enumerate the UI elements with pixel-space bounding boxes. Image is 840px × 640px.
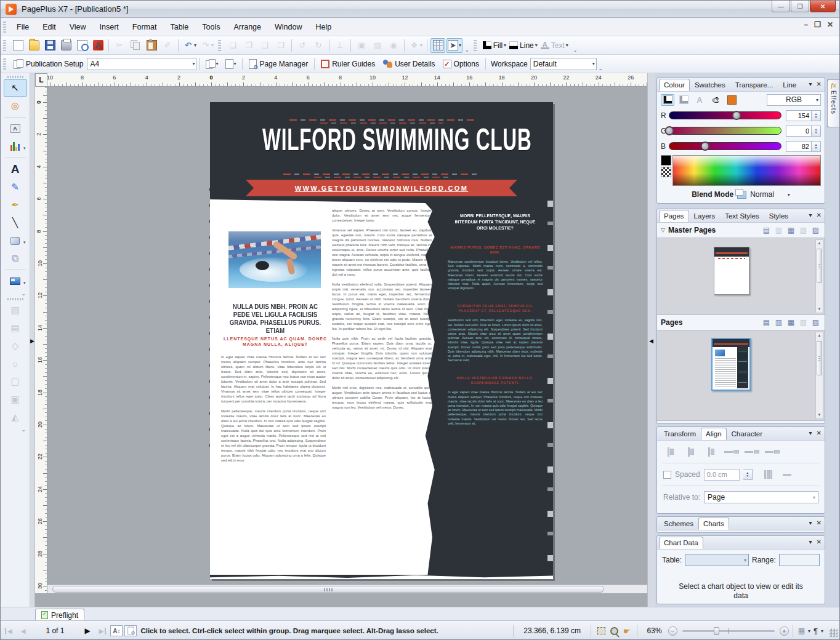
shape-tool-icon[interactable]: ▾: [4, 232, 27, 249]
save-icon[interactable]: [42, 38, 57, 53]
delete-page-icon[interactable]: ▧: [798, 318, 809, 327]
fill-button[interactable]: Fill: [493, 41, 503, 50]
master-page-thumbnail[interactable]: [714, 247, 749, 295]
scroll-up-icon[interactable]: ▲: [816, 332, 823, 339]
masthead-title[interactable]: WILFORD SWIMMING CLUB: [210, 124, 553, 155]
rotate-tool-icon[interactable]: ○: [4, 355, 27, 372]
schemes-panel-menu-icon[interactable]: ▾: [809, 519, 812, 526]
pages-panel-close-icon[interactable]: ✕: [817, 212, 822, 218]
open-icon[interactable]: [26, 38, 41, 53]
channel-b-spinner[interactable]: ▲▼: [812, 141, 821, 152]
delete-master-page-icon[interactable]: ▧: [798, 225, 809, 235]
relative-to-combo[interactable]: Page▾: [704, 491, 818, 503]
rotate-left-icon[interactable]: ↺: [295, 38, 310, 53]
zoom-out-button[interactable]: −: [668, 626, 677, 636]
next-page-button[interactable]: ▶: [80, 626, 94, 635]
doc-minimize-button[interactable]: –: [804, 20, 808, 29]
pages-panel-menu-icon[interactable]: ▾: [809, 212, 812, 218]
article-headline[interactable]: NULLA DUIS NIBH. PROIN AC PEDE VEL LIGUL…: [215, 303, 336, 335]
insert-master-page-icon[interactable]: ▦: [786, 225, 796, 235]
export-pdf-icon[interactable]: A: [91, 38, 105, 53]
menu-arrange[interactable]: Arrange: [227, 20, 268, 34]
align-right-icon[interactable]: [704, 446, 719, 458]
insert-page-icon[interactable]: ▦: [786, 318, 796, 327]
fill-icon[interactable]: [483, 41, 491, 49]
paste-icon[interactable]: [144, 38, 159, 53]
range-input[interactable]: [779, 554, 820, 566]
preflight-tab[interactable]: Preflight: [35, 609, 84, 621]
pages-tab-styles[interactable]: Styles: [764, 210, 793, 222]
line-dropdown-icon[interactable]: ▾: [535, 42, 538, 48]
pasteboard[interactable]: WILFORD SWIMMING CLUB WWW.GETYOURSWIMONW…: [47, 87, 647, 593]
collapse-triangle-icon[interactable]: ▽: [661, 227, 665, 233]
text-icon[interactable]: A: [541, 41, 549, 49]
scrollbar-thumb[interactable]: [52, 586, 604, 593]
cut-icon[interactable]: ✂: [112, 38, 127, 53]
line-button[interactable]: Line: [520, 41, 534, 50]
horizontal-scrollbar[interactable]: [47, 585, 647, 593]
page-manager-button[interactable]: Page Manager: [245, 57, 312, 71]
envelope-tool-icon[interactable]: ◇: [4, 337, 27, 354]
formatting-marks-icon[interactable]: ¶: [814, 626, 818, 636]
page-properties-icon[interactable]: ▨: [810, 318, 821, 327]
line-tool-icon[interactable]: ╲: [4, 214, 27, 231]
menu-tools[interactable]: Tools: [195, 20, 227, 34]
toolbar-overflow-icon[interactable]: ⌄: [573, 47, 578, 54]
pages-tab-pages[interactable]: Pages: [659, 210, 689, 222]
redo-dropdown-icon[interactable]: ▾: [211, 42, 214, 48]
text-frame-tool-icon[interactable]: A: [4, 120, 27, 137]
colour-tab-transpare-[interactable]: Transpare...: [730, 79, 778, 91]
publication-setup-button[interactable]: Publication Setup: [10, 57, 87, 71]
first-page-button[interactable]: ◀: [5, 628, 17, 634]
masthead[interactable]: WILFORD SWIMMING CLUB WWW.GETYOURSWIMONW…: [210, 102, 553, 199]
pan-tool-icon[interactable]: ☛: [623, 626, 631, 636]
colour-tab-colour[interactable]: Colour: [659, 79, 690, 91]
schemes-panel-close-icon[interactable]: ✕: [817, 519, 822, 526]
spacing-spinner[interactable]: ▲▼: [743, 469, 753, 480]
right-panel-collapse-strip[interactable]: ◀: [647, 73, 655, 607]
menu-help[interactable]: Help: [309, 20, 338, 34]
colour-spectrum[interactable]: [672, 155, 821, 186]
artistic-text-tool-icon[interactable]: A: [4, 161, 27, 178]
tools-overflow-icon[interactable]: ⌄: [5, 291, 26, 297]
table-combo[interactable]: ▾: [685, 554, 749, 566]
zoom-slider[interactable]: [682, 630, 775, 632]
table-tools-icon[interactable]: [430, 38, 445, 53]
channel-r-value[interactable]: 154: [786, 110, 812, 121]
copy-page-icon[interactable]: ▥: [773, 318, 784, 327]
copy-master-page-icon[interactable]: ▥: [773, 225, 784, 235]
colour-tab-line[interactable]: Line: [778, 79, 801, 91]
pencil-tool-icon[interactable]: ✎: [4, 178, 27, 196]
colour-panel-menu-icon[interactable]: ▾: [809, 81, 812, 87]
left-panel-collapse-strip[interactable]: ▶: [30, 73, 35, 607]
send-backward-icon[interactable]: ❒: [273, 38, 288, 53]
last-page-button[interactable]: ▶: [95, 628, 107, 634]
anchor-object-icon[interactable]: ⊥: [333, 38, 347, 53]
slider-thumb[interactable]: [701, 142, 710, 151]
polygon-tool-icon[interactable]: ◭: [4, 409, 27, 426]
close-button[interactable]: ✕: [810, 1, 836, 12]
channel-r-slider[interactable]: [669, 111, 781, 119]
multipage-dropdown-icon[interactable]: ▾: [808, 628, 810, 634]
crop-tool-icon[interactable]: ▧: [4, 302, 27, 319]
body-text-column-2[interactable]: aliquet ultrices. Donec at sem. Vestibul…: [332, 208, 432, 569]
current-colour-swatch[interactable]: [725, 94, 738, 106]
align-top-icon[interactable]: [724, 446, 739, 458]
master-page-properties-icon[interactable]: ▨: [810, 225, 821, 235]
ruler-guides-button[interactable]: Ruler Guides: [317, 57, 379, 71]
snapping-dropdown-icon[interactable]: ▾: [459, 42, 461, 48]
pages-tab-text-styles[interactable]: Text Styles: [720, 210, 764, 222]
undo-dropdown-icon[interactable]: ▾: [194, 42, 196, 48]
blend-mode-combo[interactable]: Normal: [750, 190, 774, 199]
toolbar-overflow-icon[interactable]: ⌄: [599, 66, 603, 73]
align-bottom-icon[interactable]: [765, 446, 780, 458]
effects-flyout-tab[interactable]: fx Effects: [827, 79, 839, 127]
zoom-marquee-icon[interactable]: [597, 627, 605, 634]
colour-panel-close-icon[interactable]: ✕: [817, 81, 822, 87]
sidebar-text-column[interactable]: MORBI PELLENTESQUE, MAURIS INTERDUM PORT…: [446, 213, 544, 569]
colour-tab-swatches[interactable]: Swatches: [690, 79, 730, 91]
channel-b-slider[interactable]: [669, 142, 781, 150]
bring-forward-icon[interactable]: ❑: [257, 38, 272, 53]
new-page-icon[interactable]: ▤: [761, 318, 772, 327]
align-tab-align[interactable]: Align: [701, 428, 727, 440]
